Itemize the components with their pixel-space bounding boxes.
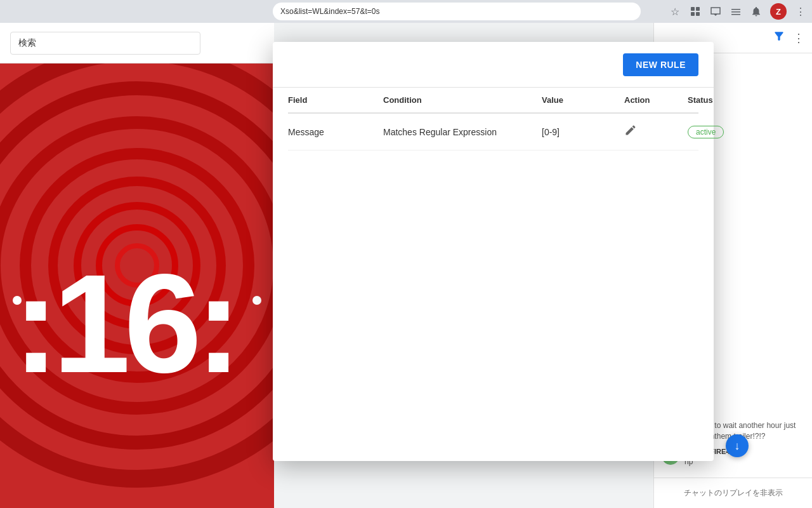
rules-table: Field Condition Value Action Status Mess… [273,88,714,461]
chrome-dots-icon[interactable]: ⋮ [794,5,807,18]
url-bar[interactable]: Xso&list=WL&index=57&t=0s [273,3,641,20]
svg-rect-4 [731,9,740,10]
star-icon[interactable]: ☆ [669,5,681,18]
column-header-condition: Condition [383,95,542,105]
dots-right [252,296,261,305]
chrome-browser-bar: Xso&list=WL&index=57&t=0s ☆ Z ⋮ [0,0,812,23]
background-video-area: :16: [0,23,274,508]
bell-icon[interactable] [750,5,763,18]
chat-more-icon[interactable]: ⋮ [793,31,804,45]
scroll-down-button[interactable]: ↓ [726,434,749,457]
filter-rules-modal: NEW RULE Field Condition Value Action St… [273,42,714,461]
new-rule-button[interactable]: NEW RULE [623,53,698,76]
chat-filter-icon[interactable] [773,30,785,46]
field-cell: Message [288,127,383,137]
dot [252,296,261,305]
search-input[interactable] [10,32,200,55]
svg-rect-1 [696,7,700,11]
column-header-field: Field [288,95,383,105]
action-cell[interactable] [624,124,688,140]
modal-header: NEW RULE [273,42,714,88]
svg-rect-2 [691,12,695,16]
column-header-value: Value [542,95,624,105]
column-header-status: Status [688,95,751,105]
table-header-row: Field Condition Value Action Status [288,88,698,114]
timer-numbers: :16: [13,254,235,394]
chrome-menu-icon[interactable] [730,5,742,18]
svg-rect-6 [731,14,740,15]
search-area [0,23,274,64]
status-cell: active [688,126,751,138]
status-badge: active [688,126,724,138]
svg-rect-0 [691,7,695,11]
svg-rect-5 [731,11,740,13]
value-cell: [0-9] [542,127,624,137]
extension-icon[interactable] [689,5,702,18]
url-text: Xso&list=WL&index=57&t=0s [280,7,379,16]
main-content: :16: ⋮ ? ll day wtf is Shaggy be there t… [0,23,812,508]
media-router-icon[interactable] [709,5,722,18]
chat-hide-replay-button[interactable]: チャットのリプレイを非表示 [654,478,812,508]
account-avatar[interactable]: Z [770,3,787,20]
edit-pencil-icon[interactable] [624,126,637,139]
svg-rect-3 [696,12,700,16]
column-header-action: Action [624,95,688,105]
condition-cell: Matches Regular Expression [383,127,542,137]
table-row: Message Matches Regular Expression [0-9]… [288,114,698,150]
chrome-bar-right: ☆ Z ⋮ [669,0,807,23]
